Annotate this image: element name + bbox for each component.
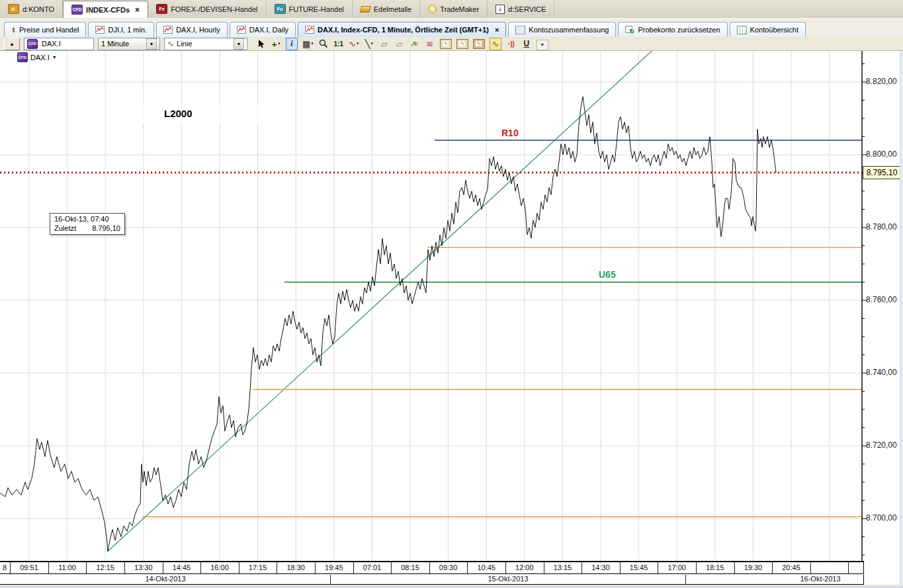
time-label: 11:00 — [58, 564, 76, 571]
date-separator — [685, 575, 686, 584]
time-axis-separator — [467, 562, 468, 573]
doc-tab-dax-i-hourly[interactable]: DAX.I, Hourly — [156, 22, 228, 37]
toolbar-overflow-icon[interactable]: ▾ — [537, 40, 548, 50]
future-handel-icon: Fu — [275, 4, 286, 14]
info-toggle-icon[interactable]: i — [286, 38, 298, 50]
date-label: 16-Okt-2013 — [800, 575, 840, 583]
time-label: 20:45 — [782, 564, 800, 571]
legend-symbol: DAX.I — [30, 54, 50, 62]
line-style-icon: ∿ — [167, 39, 174, 48]
doc-tab-probekonto-zur-cksetzen[interactable]: ↻Probekonto zurücksetzen — [618, 22, 727, 37]
chevron-down-icon[interactable]: ▾ — [370, 41, 373, 46]
interval-value: 1 Minute — [101, 40, 129, 48]
price-arrows-icon: ▲▼ — [11, 26, 16, 33]
date-label: 14-Okt-2013 — [145, 575, 185, 583]
time-axis-separator — [163, 562, 163, 573]
time-axis-separator — [772, 562, 773, 573]
close-icon[interactable]: × — [135, 5, 140, 15]
indicator-icon[interactable]: ∿▾ — [349, 38, 359, 50]
chart-legend[interactable]: CFD DAX.I ▼ — [17, 52, 57, 62]
time-axis-separator — [239, 562, 239, 573]
annotation-r10[interactable]: R10 — [501, 128, 519, 138]
doc-tab-dax-i-index-cfd-1-minute-rtliche-zeit-gmt-1[interactable]: DAX.I, Index-CFD, 1 Minute, Örtliche Zei… — [298, 22, 506, 37]
time-axis-separator — [658, 562, 658, 573]
paste-chart-icon[interactable]: ∿ — [440, 39, 452, 49]
symbol-box[interactable]: CFD — [24, 38, 94, 50]
window-tab-forex-devisen-handel[interactable]: FxFOREX-/DEVISEN-Handel — [148, 0, 266, 18]
time-label: 17:15 — [249, 564, 267, 571]
time-label: 13:15 — [554, 564, 572, 571]
doc-tab-preise-und-handel[interactable]: ▲▼Preise und Handel — [4, 22, 86, 37]
chevron-down-icon[interactable]: ▾ — [311, 41, 314, 46]
grid-icon[interactable]: ▦▾ — [302, 38, 314, 50]
copy-chart-icon[interactable]: ∿ — [456, 39, 468, 49]
index-cfds-icon: CFD — [71, 5, 83, 15]
time-label: 16:00 — [210, 564, 229, 571]
doc-tab-kontozusammenfassung[interactable]: Kontozusammenfassung — [508, 22, 616, 37]
window-tab-future-handel[interactable]: FuFUTURE-Handel — [267, 0, 353, 18]
time-label: 14:45 — [173, 564, 191, 571]
one-to-one-icon[interactable]: 1:1 — [333, 38, 344, 50]
price-chart-svg[interactable] — [0, 51, 903, 561]
time-axis-separator — [581, 562, 582, 573]
alert-sound-icon[interactable]: ·)) — [506, 38, 517, 50]
interval-select[interactable]: 1 Minute ▼ — [98, 38, 160, 50]
window-tab-label: TradeMaker — [440, 5, 479, 13]
time-label: 18:15 — [706, 564, 724, 571]
underline-icon[interactable]: U — [521, 38, 532, 50]
window-tab-edelmetalle[interactable]: Edelmetalle — [353, 0, 420, 18]
doc-tab-dax-i-daily[interactable]: DAX.I, Daily — [230, 22, 296, 37]
chart-template-icon[interactable]: ∿ — [473, 39, 485, 49]
symbol-input[interactable] — [40, 39, 83, 48]
chart-area[interactable]: L2000 R10 U65 CFD DAX.I ▼ 16-Okt-13, 07:… — [0, 51, 903, 561]
window-tab-label: d:SERVICE — [508, 5, 546, 13]
annotation-u65[interactable]: U65 — [599, 269, 616, 280]
annotation-l2000[interactable]: L2000 — [164, 108, 193, 119]
trendline-tool-icon[interactable]: ╲▾ — [364, 38, 374, 50]
scale-arrows-icon[interactable]: ↗↙ — [409, 38, 420, 50]
price-axis-label: 8.780,00 — [866, 222, 902, 231]
reset-icon: ↻ — [625, 26, 634, 34]
chevron-down-icon[interactable]: ▾ — [357, 41, 359, 46]
collapse-panel-button[interactable]: ▲ — [4, 38, 20, 50]
window-tab-label: INDEX-CFDs — [86, 6, 130, 14]
chart-type-select[interactable]: ∿ Linie ▼ — [164, 38, 247, 50]
time-label: 09:51 — [20, 564, 38, 571]
eraser-all-icon[interactable]: ▱ — [394, 38, 405, 50]
eraser-icon[interactable]: ▱ — [379, 38, 390, 50]
chevron-down-icon[interactable]: ▾ — [278, 41, 280, 46]
wave-toggle-icon[interactable]: ∿ — [490, 38, 501, 50]
time-axis-separator — [544, 562, 544, 573]
last-price-badge: 8.795,10 — [863, 166, 901, 179]
crosshair-add-icon[interactable]: +▾ — [271, 38, 281, 50]
date-axis: 14-Okt-201315-Okt-201316-Okt-2013 — [0, 575, 864, 585]
chevron-down-icon[interactable]: ▼ — [52, 55, 57, 60]
doc-tab-dji-i-1-min[interactable]: DJI.I, 1 min. — [88, 22, 154, 37]
d-konto-icon: d: — [8, 4, 19, 14]
window-tab-d-service[interactable]: id:SERVICE — [488, 0, 554, 18]
zoom-icon[interactable] — [318, 38, 329, 50]
window-tab-index-cfds[interactable]: CFDINDEX-CFDs× — [63, 1, 148, 18]
light-bulb-icon — [428, 5, 437, 13]
indicators-color-icon[interactable]: ≋ — [425, 38, 435, 50]
account-summary-icon — [515, 26, 525, 34]
time-axis-separator — [315, 562, 316, 573]
chevron-down-icon[interactable]: ▼ — [234, 38, 244, 50]
time-axis-separator — [848, 562, 849, 573]
time-axis-separator — [86, 562, 87, 573]
cursor-icon[interactable] — [255, 38, 266, 50]
time-label: 15:45 — [630, 564, 648, 571]
window-tab-d-konto[interactable]: d:d:KONTO — [0, 0, 63, 18]
time-axis: 8 09:5111:0012:1513:3014:4516:0017:1518:… — [0, 561, 864, 574]
chevron-down-icon[interactable]: ▼ — [146, 38, 157, 50]
close-icon[interactable]: × — [495, 26, 499, 34]
time-axis-separator — [734, 562, 735, 573]
window-tab-trademaker[interactable]: TradeMaker — [420, 0, 488, 18]
time-label: 09:30 — [439, 564, 458, 571]
doc-tab-konto-bersicht[interactable]: Kontoübersicht — [730, 22, 806, 37]
time-axis-separator — [124, 562, 125, 573]
chart-icon — [95, 26, 105, 34]
doc-tab-label: Preise und Handel — [19, 26, 79, 34]
doc-tab-label: DAX.I, Daily — [249, 26, 288, 34]
info-icon: i — [495, 5, 505, 14]
